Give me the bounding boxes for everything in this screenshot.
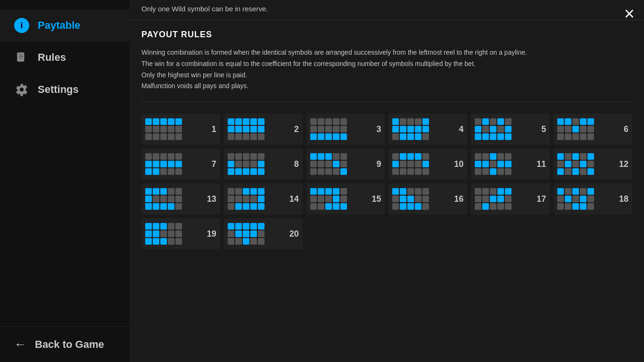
payline-cell [153,133,159,140]
payline-cell [228,188,234,195]
payline-cell [160,230,167,237]
payline-cell [160,118,167,125]
payline-cell [160,161,167,167]
payline-cell [235,118,242,125]
payline-cell [145,188,152,195]
payline-number: 13 [207,194,216,204]
payline-grid [475,153,512,175]
payline-cell [392,161,399,167]
payline-cell [333,133,339,140]
payline-item: 8 [224,148,303,180]
back-to-game-button[interactable]: ← Back to Game [0,326,130,362]
payline-item: 7 [141,148,220,180]
payline-cell [175,223,182,230]
payline-cell [318,153,324,160]
payline-cell [475,153,481,160]
payline-cell [392,196,399,202]
payline-cell [228,118,234,125]
payline-cell [325,118,332,125]
payline-cell [318,168,324,175]
payline-cell [415,188,421,195]
payline-cell [392,168,399,175]
payline-cell [228,153,234,160]
payline-cell [392,133,399,140]
payline-cell [415,153,421,160]
payline-cell [497,188,504,195]
payline-cell [175,203,182,210]
divider [141,101,632,102]
payline-cell [250,168,257,175]
payline-item: 2 [224,114,303,145]
payline-cell [160,238,167,245]
payline-cell [340,126,347,132]
payline-cell [153,126,159,132]
payline-cell [557,133,564,140]
payline-cell [243,188,249,195]
payline-cell [587,188,594,195]
payline-cell [160,153,167,160]
payline-cell [572,153,579,160]
payline-cell [333,153,339,160]
payline-grid [228,153,264,175]
payline-cell [557,168,564,175]
payline-cell [475,133,481,140]
payline-number: 11 [537,159,546,169]
payline-cell [565,188,571,195]
payline-cell [235,238,242,245]
payline-cell [587,203,594,210]
payline-grid [228,223,264,245]
payline-number: 7 [212,159,216,169]
scrollable-area[interactable]: PAYOUT RULES Winning combination is form… [130,20,644,362]
payline-cell [482,153,489,160]
payline-cell [407,161,414,167]
payline-cell [250,118,257,125]
payline-cell [243,238,249,245]
payline-cell [340,203,347,210]
payline-number: 4 [459,124,463,134]
payline-item: 14 [224,183,303,214]
payline-cell [153,203,159,210]
payline-cell [160,223,167,230]
payline-cell [422,153,429,160]
payline-cell [175,168,182,175]
sidebar-item-settings[interactable]: Settings [0,74,130,106]
payline-cell [153,118,159,125]
payline-cell [392,126,399,132]
payline-item: 1 [141,114,220,145]
payline-cell [145,238,152,245]
payline-cell [565,168,571,175]
payline-cell [175,161,182,167]
sidebar-item-rules[interactable]: Rules [0,41,130,74]
payline-number: 10 [454,159,463,169]
payline-cell [318,188,324,195]
payline-cell [168,118,174,125]
payline-cell [580,168,586,175]
info-icon: i [14,18,29,33]
payline-cell [160,188,167,195]
payline-cell [572,188,579,195]
payline-cell [250,223,257,230]
payline-cell [482,196,489,202]
payline-cell [175,188,182,195]
payline-cell [422,118,429,125]
payline-cell [490,196,496,202]
payline-cell [505,161,512,167]
payline-cell [392,203,399,210]
payline-cell [580,188,586,195]
payline-cell [580,203,586,210]
payline-cell [235,223,242,230]
payline-cell [340,161,347,167]
section-title: PAYOUT RULES [141,30,632,40]
payline-cell [250,230,257,237]
sidebar-item-paytable[interactable]: i Paytable [0,9,130,41]
payline-grid [228,188,264,210]
close-button[interactable]: × [624,5,635,23]
payline-cell [333,196,339,202]
payline-cell [580,126,586,132]
payline-cell [153,196,159,202]
sidebar-nav: i Paytable Rules Settings [0,0,130,326]
payline-cell [572,133,579,140]
payline-grid [310,153,347,175]
payline-cell [145,133,152,140]
payline-item: 11 [471,148,550,180]
